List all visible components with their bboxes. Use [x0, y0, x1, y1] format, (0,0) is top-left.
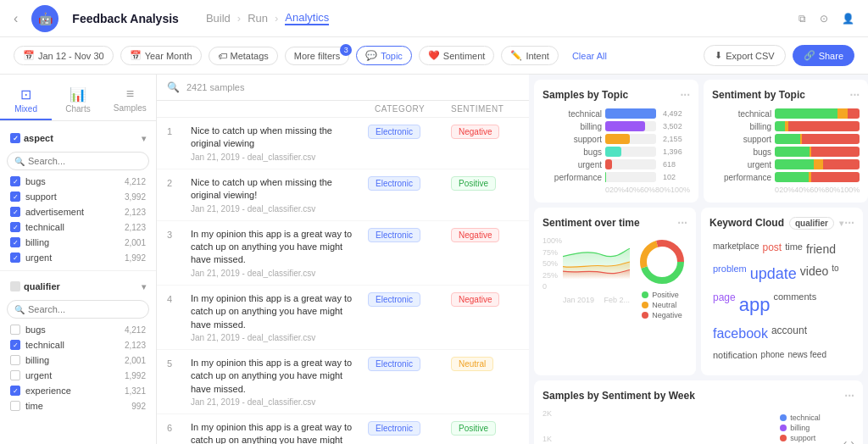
topic-count: 2,155 [663, 135, 690, 143]
keyword[interactable]: facebook [713, 323, 768, 345]
nav-icons: ⧉ ⊙ 👤 [798, 13, 854, 25]
topic-bar [605, 172, 606, 182]
q-urgent-checkbox[interactable] [10, 370, 20, 380]
filter-q-urgent[interactable]: urgent 1,992 [0, 368, 156, 383]
kw-qualifier-btn[interactable]: qualifier [789, 217, 834, 230]
breadcrumb-build[interactable]: Build [206, 12, 231, 25]
export-btn[interactable]: ⬇ Export CSV [704, 45, 785, 66]
filter-q-technicall[interactable]: ✓ technicall 2,123 [0, 337, 156, 352]
aspect-section-header[interactable]: ✓ aspect ▾ [0, 128, 156, 148]
mid-charts-row: Sentiment over time ··· 100% 75% 50% 25%… [534, 208, 863, 375]
positive-dot [642, 291, 648, 298]
qualifier-search-input[interactable] [28, 304, 142, 314]
qualifier-section-header[interactable]: qualifier ▾ [0, 276, 156, 297]
breadcrumb-analytics[interactable]: Analytics [285, 11, 329, 25]
keyword[interactable]: post [762, 240, 782, 258]
filter-q-bugs[interactable]: bugs 4,212 [0, 322, 156, 337]
sbw-next[interactable]: › [850, 436, 854, 444]
keyword[interactable]: problem [713, 262, 747, 286]
keyword[interactable]: account [771, 323, 807, 345]
breadcrumb-run[interactable]: Run [248, 12, 268, 25]
keyword[interactable]: time [785, 240, 803, 258]
user-icon[interactable]: 👤 [842, 13, 854, 25]
copy-icon[interactable]: ⧉ [798, 13, 806, 25]
advertisement-checkbox[interactable]: ✓ [10, 207, 20, 217]
q-experience-checkbox[interactable]: ✓ [10, 386, 20, 396]
keyword[interactable]: to [832, 262, 838, 286]
keyword[interactable]: phone [761, 348, 785, 364]
support-checkbox[interactable]: ✓ [10, 191, 20, 202]
sbw-title: Samples by Sentiment by Week [542, 390, 695, 402]
keyword[interactable]: page [713, 290, 736, 319]
share-btn[interactable]: 🔗 Share [793, 45, 854, 66]
keyword[interactable]: update [750, 262, 797, 286]
sent-bar-row: performance [712, 172, 860, 182]
keyword[interactable]: video [800, 262, 828, 286]
sot-more[interactable]: ··· [677, 216, 687, 230]
nav-back[interactable]: ‹ [14, 11, 18, 26]
date-filter[interactable]: 📅 Jan 12 - Nov 30 [14, 46, 114, 65]
filter-support[interactable]: ✓ support 3,992 [0, 189, 156, 204]
filter-bugs[interactable]: ✓ bugs 4,212 [0, 174, 156, 189]
filter-urgent[interactable]: ✓ urgent 1,992 [0, 250, 156, 265]
topic-bar-wrap [605, 172, 656, 182]
q-time-checkbox[interactable] [10, 401, 20, 411]
topic-bars: technical 4,492 billing 3,502 support 2,… [542, 108, 690, 182]
search-icon: 🔍 [14, 157, 25, 166]
billing-checkbox[interactable]: ✓ [10, 237, 20, 247]
qualifier-chevron: ▾ [142, 282, 146, 291]
mixed-icon: ⊡ [20, 86, 31, 103]
urgent-checkbox[interactable]: ✓ [10, 253, 20, 263]
topic-bar [605, 159, 612, 169]
aspect-search[interactable]: 🔍 [7, 152, 149, 170]
metatags-filter[interactable]: 🏷 Metatags [209, 47, 278, 65]
qualifier-search[interactable]: 🔍 [7, 300, 149, 319]
technicall-checkbox[interactable]: ✓ [10, 222, 20, 232]
row-number: 6 [167, 421, 184, 433]
keyword[interactable]: comments [773, 290, 816, 319]
keyword[interactable]: notification [713, 348, 758, 364]
q-billing-checkbox[interactable] [10, 355, 20, 365]
tab-charts[interactable]: 📊 Charts [52, 81, 103, 120]
row-category: Electronic [368, 421, 444, 436]
topic-bar-wrap [605, 159, 656, 169]
topic-filter[interactable]: 💬 Topic [356, 46, 412, 65]
clear-all-btn[interactable]: Clear All [565, 47, 614, 64]
sot-yaxis: 100% 75% 50% 25% 0 [542, 236, 562, 291]
filter-q-experience[interactable]: ✓ experience 1,321 [0, 383, 156, 398]
row-content: Nice to catch up when missing the origin… [191, 176, 361, 214]
sbt-more[interactable]: ··· [680, 88, 690, 102]
keyword[interactable]: app [739, 290, 771, 319]
topic-label: performance [542, 173, 602, 182]
keyword[interactable]: friend [806, 240, 836, 258]
kw-more[interactable]: ··· [844, 216, 854, 230]
topic-label: bugs [542, 147, 602, 157]
kw-chevron[interactable]: ▾ [839, 219, 843, 228]
row-content: In my opinion this app is a great way to… [191, 292, 361, 342]
bugs-checkbox[interactable]: ✓ [10, 176, 20, 186]
keyword[interactable]: news feed [787, 348, 826, 364]
period-filter[interactable]: 📅 Year Month [120, 46, 202, 65]
sentiment-filter[interactable]: ❤️ Sentiment [419, 46, 495, 65]
sbt2-more[interactable]: ··· [850, 88, 860, 102]
keyword[interactable]: marketplace [713, 240, 759, 258]
filter-technicall[interactable]: ✓ technicall 2,123 [0, 219, 156, 235]
samples-panel: 🔍 2421 samples CATEGORY SENTIMENT 1 Nice… [157, 75, 529, 444]
filter-billing[interactable]: ✓ billing 2,001 [0, 235, 156, 250]
q-technicall-checkbox[interactable]: ✓ [10, 340, 20, 350]
bar-groups [559, 409, 773, 444]
topic-bar-row: technical 4,492 [542, 108, 690, 119]
settings-icon[interactable]: ⊙ [820, 13, 828, 25]
intent-filter[interactable]: ✏️ Intent [501, 46, 559, 65]
row-category: Electronic [368, 125, 444, 139]
filter-advertisement[interactable]: ✓ advertisement 2,123 [0, 204, 156, 219]
filter-q-billing[interactable]: billing 2,001 [0, 352, 156, 368]
filter-q-time[interactable]: time 992 [0, 398, 156, 413]
aspect-search-input[interactable] [28, 156, 142, 166]
more-filters[interactable]: More filters 3 [285, 47, 349, 65]
q-bugs-checkbox[interactable] [10, 325, 20, 335]
tab-mixed[interactable]: ⊡ Mixed [0, 81, 52, 120]
sbw-more[interactable]: ··· [844, 389, 854, 402]
sbw-prev[interactable]: ‹ [843, 436, 848, 444]
tab-samples[interactable]: ≡ Samples [104, 81, 156, 120]
